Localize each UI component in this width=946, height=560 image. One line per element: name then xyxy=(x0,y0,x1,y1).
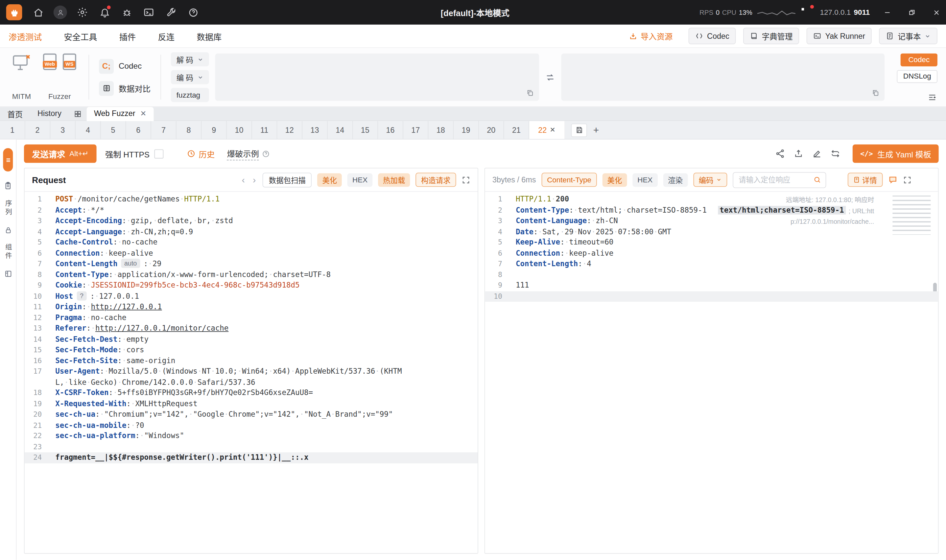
editor-line[interactable]: 13Referer:·http://127.0.0.1/monitor/cach… xyxy=(25,323,478,334)
notepad-button[interactable]: 记事本 xyxy=(879,28,937,44)
codec-run-button[interactable]: Codec xyxy=(901,54,937,66)
editor-line[interactable]: 6Connection:·keep-alive xyxy=(25,248,478,259)
fuzzer-tab[interactable]: 2 xyxy=(25,121,51,139)
fuzzer-tab-active[interactable]: 22✕ xyxy=(529,121,565,139)
comment-icon[interactable] xyxy=(888,175,897,185)
next-request-icon[interactable]: › xyxy=(251,174,257,185)
engine-status-icon[interactable] xyxy=(800,6,812,18)
terminal-icon[interactable] xyxy=(138,0,160,25)
tab-list-grid-icon[interactable] xyxy=(69,110,86,118)
close-fuzzer-tab-icon[interactable]: ✕ xyxy=(550,126,555,134)
yak-runner-button[interactable]: Yak Runner xyxy=(807,28,872,44)
menu-tab-database[interactable]: 数据库 xyxy=(197,30,222,42)
editor-line[interactable]: 21sec-ch-ua-mobile:·?0 xyxy=(25,420,478,431)
fuzzer-tab[interactable]: 1 xyxy=(0,121,25,139)
construct-request-button[interactable]: 构造请求 xyxy=(415,172,456,187)
fuzzer-tab[interactable]: 8 xyxy=(177,121,202,139)
notifications-bell-icon[interactable] xyxy=(93,0,115,25)
editor-line[interactable]: 10Host?:·127.0.0.1 xyxy=(25,291,478,302)
editor-line[interactable]: 2Content-Type:·text/html;·charset=ISO-88… xyxy=(485,205,938,216)
tab-home[interactable]: 首页 xyxy=(0,108,30,120)
add-fuzzer-tab-button[interactable]: + xyxy=(593,125,599,136)
fuzztag-button[interactable]: fuzztag xyxy=(171,88,209,102)
sync-swap-icon[interactable] xyxy=(831,149,840,159)
codec-output-area[interactable] xyxy=(561,54,884,101)
editor-line[interactable]: 10 xyxy=(485,291,938,302)
editor-line[interactable]: 5Cache-Control:·no-cache xyxy=(25,237,478,248)
encode-dropdown[interactable]: 编 码 xyxy=(171,70,209,84)
editor-line[interactable]: 14Sec-Fetch-Dest:·empty xyxy=(25,334,478,345)
menu-tab-sectools[interactable]: 安全工具 xyxy=(64,30,97,42)
fuzzer-tab[interactable]: 14 xyxy=(328,121,353,139)
clipboard-icon[interactable] xyxy=(4,181,12,191)
share-icon[interactable] xyxy=(775,149,785,159)
decode-dropdown[interactable]: 解 码 xyxy=(171,52,209,66)
render-button[interactable]: 渲染 xyxy=(663,173,688,186)
rail-sequence-label[interactable]: 序列 xyxy=(3,200,13,217)
rail-components-label[interactable]: 组件 xyxy=(3,243,13,261)
open-in-browser-icon[interactable] xyxy=(832,174,842,185)
hex-button[interactable]: HEX xyxy=(348,173,372,186)
editor-line[interactable]: 6Connection:·keep-alive xyxy=(485,248,938,259)
fuzzer-tab[interactable]: 12 xyxy=(277,121,302,139)
layout-grid-icon[interactable] xyxy=(4,270,12,278)
encode-dropdown[interactable]: 编码 xyxy=(693,172,727,187)
editor-line[interactable]: 20sec-ch-ua:·"Chromium";v="142",·"Google… xyxy=(25,409,478,420)
fullscreen-icon[interactable] xyxy=(903,175,912,184)
editor-line[interactable]: 19X-Requested-With:·XMLHttpRequest xyxy=(25,398,478,409)
settings-gear-icon[interactable] xyxy=(71,0,93,25)
fuzzer-tab[interactable]: 9 xyxy=(202,121,227,139)
packet-scan-button[interactable]: 数据包扫描 xyxy=(263,172,312,187)
editor-line[interactable]: 4Accept-Language:·zh-CN,zh;q=0.9 xyxy=(25,226,478,237)
collapse-toolbar-icon[interactable] xyxy=(927,93,937,102)
codec-tool-button[interactable]: Codec xyxy=(689,28,736,44)
fuzzer-tab[interactable]: 19 xyxy=(454,121,479,139)
home-icon[interactable] xyxy=(27,0,49,25)
history-button[interactable]: 历史 xyxy=(187,148,215,160)
dictionary-manager-button[interactable]: 字典管理 xyxy=(743,28,799,44)
swap-io-icon[interactable] xyxy=(545,52,555,102)
close-tab-icon[interactable]: ✕ xyxy=(140,109,147,118)
fuzzer-tab[interactable]: 20 xyxy=(479,121,504,139)
generate-yaml-button[interactable]: </> 生成 Yaml 模板 xyxy=(853,144,938,163)
force-https-checkbox[interactable] xyxy=(154,149,164,158)
editor-line[interactable]: 24fragment=__|$${#response.getWriter().p… xyxy=(25,452,478,463)
response-search-input[interactable] xyxy=(733,172,825,187)
detail-button[interactable]: 详情 xyxy=(848,172,883,187)
fuzzer-tab[interactable]: 18 xyxy=(428,121,454,139)
editor-line[interactable]: 11Origin:·http://127.0.0.1 xyxy=(25,302,478,312)
fuzzer-tab[interactable]: 15 xyxy=(353,121,378,139)
editor-line[interactable]: 23 xyxy=(25,442,478,452)
copy-icon[interactable] xyxy=(872,89,880,97)
mitm-tool[interactable]: MITM xyxy=(9,52,34,102)
tab-history[interactable]: History xyxy=(30,109,69,118)
tab-web-fuzzer[interactable]: Web Fuzzer ✕ xyxy=(87,106,154,121)
edit-icon[interactable] xyxy=(812,149,822,159)
editor-line[interactable]: 22sec-ch-ua-platform:·"Windows" xyxy=(25,431,478,442)
menu-tab-pentest[interactable]: 渗透测试 xyxy=(9,30,42,42)
codec-shortcut[interactable]: C; Codec xyxy=(99,59,151,74)
search-icon[interactable] xyxy=(813,176,821,184)
editor-line[interactable]: 17User-Agent:·Mozilla/5.0·(Windows·NT·10… xyxy=(25,366,478,388)
editor-line[interactable]: 2Accept:·*/* xyxy=(25,205,478,216)
editor-line[interactable]: 1HTTP/1.1·200远端地址: 127.0.0.1:80; 响应时 xyxy=(485,194,938,205)
prev-request-icon[interactable]: ‹ xyxy=(241,174,246,185)
editor-line[interactable]: 4Date:·Sat,·29·Nov·2025·07:58:00·GMT xyxy=(485,226,938,237)
help-circle-icon[interactable] xyxy=(182,0,204,25)
panel-splitter[interactable] xyxy=(478,168,485,554)
fuzzer-tab[interactable]: 21 xyxy=(504,121,529,139)
fullscreen-icon[interactable] xyxy=(461,175,470,184)
beautify-button[interactable]: 美化 xyxy=(603,173,627,186)
fuzzer-tab[interactable]: 13 xyxy=(302,121,328,139)
fuzzer-tab[interactable]: 3 xyxy=(50,121,75,139)
fuzzer-tab[interactable]: 7 xyxy=(151,121,177,139)
lock-icon[interactable] xyxy=(4,226,12,234)
editor-line[interactable]: 1POST·/monitor/cache/getNames·HTTP/1.1 xyxy=(25,194,478,205)
editor-line[interactable]: 8 xyxy=(485,269,938,280)
export-icon[interactable] xyxy=(794,149,804,159)
send-request-button[interactable]: 发送请求Alt+↵ xyxy=(24,144,97,163)
codec-input-area[interactable] xyxy=(215,54,539,101)
editor-line[interactable]: 3Content-Language:·zh-CNp://127.0.0.1/mo… xyxy=(485,215,938,226)
bug-debug-icon[interactable] xyxy=(116,0,138,25)
close-button[interactable] xyxy=(926,0,946,25)
